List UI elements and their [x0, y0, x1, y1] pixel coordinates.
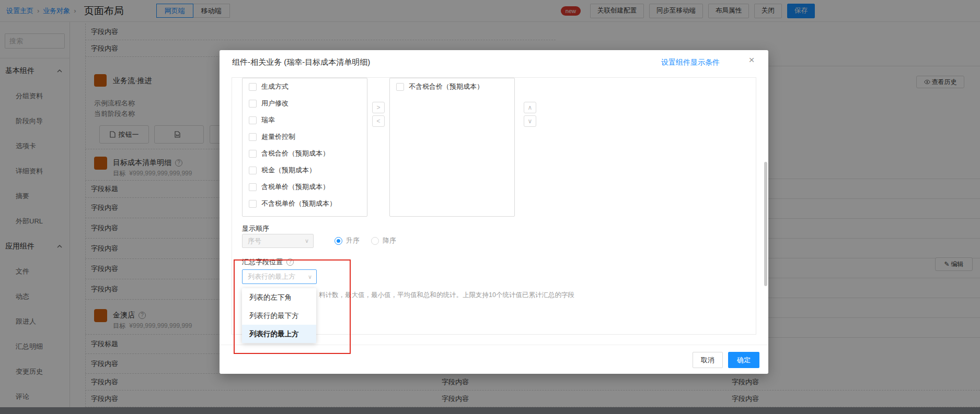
field-label: 税金（预期成本）: [261, 165, 316, 175]
cancel-button[interactable]: 取消: [693, 352, 723, 368]
checkbox-icon[interactable]: [249, 83, 257, 91]
component-settings-modal: 组件-相关业务 (瑞幸-目标成本清单明细) 设置组件显示条件 × 生成方式 用户…: [220, 50, 768, 374]
field-label: 不含税单价（预期成本）: [261, 199, 336, 208]
field-label: 瑞幸: [261, 115, 275, 125]
page: 设置主页 › 业务对象 › 页面布局 网页端 移动端 new 关联创建配置 同步…: [0, 0, 980, 414]
dropdown-option-row-top[interactable]: 列表行的最上方: [242, 325, 316, 343]
checkbox-icon[interactable]: [249, 116, 257, 124]
select-value: 序号: [248, 236, 261, 246]
modal-scrollbar-thumb[interactable]: [764, 162, 767, 286]
selected-fields-list: 不含税合价（预期成本）: [389, 78, 515, 217]
display-condition-link[interactable]: 设置组件显示条件: [661, 58, 720, 67]
available-fields-list: 生成方式 用户修改 瑞幸 超量价控制 含税合价（预期成本） 税金（预期成本） 含…: [242, 78, 367, 217]
field-option[interactable]: 数量（预期成本）: [243, 212, 367, 217]
help-icon[interactable]: ?: [286, 258, 294, 266]
summary-position-dropdown: 列表的左下角 列表行的最下方 列表行的最上方: [242, 288, 316, 343]
move-up-button[interactable]: ∧: [524, 102, 536, 113]
field-label: 含税单价（预期成本）: [261, 182, 329, 192]
field-label: 数量（预期成本）: [261, 216, 316, 217]
field-option[interactable]: 含税合价（预期成本）: [243, 145, 367, 162]
field-option[interactable]: 税金（预期成本）: [243, 162, 367, 179]
radio-icon: [335, 237, 342, 245]
radio-descending[interactable]: 降序: [367, 236, 396, 245]
field-option[interactable]: 超量价控制: [243, 128, 367, 145]
field-option[interactable]: 不含税合价（预期成本）: [390, 78, 514, 95]
field-option[interactable]: 含税单价（预期成本）: [243, 179, 367, 195]
field-label: 用户修改: [261, 99, 289, 108]
order-field-select[interactable]: 序号 ∨: [242, 234, 314, 248]
field-label: 生成方式: [261, 82, 289, 91]
checkbox-icon[interactable]: [249, 167, 257, 174]
transfer-right-button[interactable]: >: [372, 102, 385, 113]
checkbox-icon[interactable]: [249, 183, 257, 191]
checkbox-icon[interactable]: [249, 133, 257, 141]
dropdown-option-row-bottom[interactable]: 列表行的最下方: [242, 306, 316, 325]
field-option[interactable]: 生成方式: [243, 78, 367, 95]
radio-label: 降序: [383, 236, 396, 245]
field-option[interactable]: 不含税单价（预期成本）: [243, 195, 367, 212]
chevron-down-icon: ∨: [308, 274, 312, 280]
radio-icon: [371, 237, 379, 245]
checkbox-icon[interactable]: [249, 100, 257, 108]
chevron-down-icon: ∨: [305, 238, 309, 244]
confirm-button[interactable]: 确定: [728, 352, 759, 368]
checkbox-icon[interactable]: [249, 217, 257, 217]
summary-position-label: 汇总字段位置 ?: [242, 257, 294, 267]
summary-position-select[interactable]: 列表行的最上方 ∨: [242, 269, 317, 284]
transfer-left-button[interactable]: <: [372, 115, 385, 127]
display-order-label: 显示顺序: [242, 224, 269, 233]
checkbox-icon[interactable]: [249, 200, 257, 208]
field-label: 不含税合价（预期成本）: [409, 82, 483, 91]
summary-description: 料计数，最大值，最小值，平均值和总和的统计。上限支持10个统计值已累计汇总的字段: [319, 291, 574, 300]
label-text: 汇总字段位置: [242, 257, 283, 267]
footer-divider: [220, 345, 768, 345]
move-down-button[interactable]: ∨: [524, 115, 536, 127]
dropdown-option-bottom-left[interactable]: 列表的左下角: [242, 288, 316, 306]
field-option[interactable]: 瑞幸: [243, 112, 367, 128]
field-label: 超量价控制: [261, 132, 295, 141]
select-value: 列表行的最上方: [248, 272, 295, 281]
checkbox-icon[interactable]: [396, 83, 404, 91]
modal-title: 组件-相关业务 (瑞幸-目标成本清单明细): [232, 57, 370, 67]
close-icon[interactable]: ×: [745, 54, 758, 68]
radio-label: 升序: [346, 236, 360, 245]
field-option[interactable]: 用户修改: [243, 95, 367, 112]
radio-ascending[interactable]: 升序: [331, 236, 360, 245]
checkbox-icon[interactable]: [249, 150, 257, 158]
field-label: 含税合价（预期成本）: [261, 149, 329, 158]
